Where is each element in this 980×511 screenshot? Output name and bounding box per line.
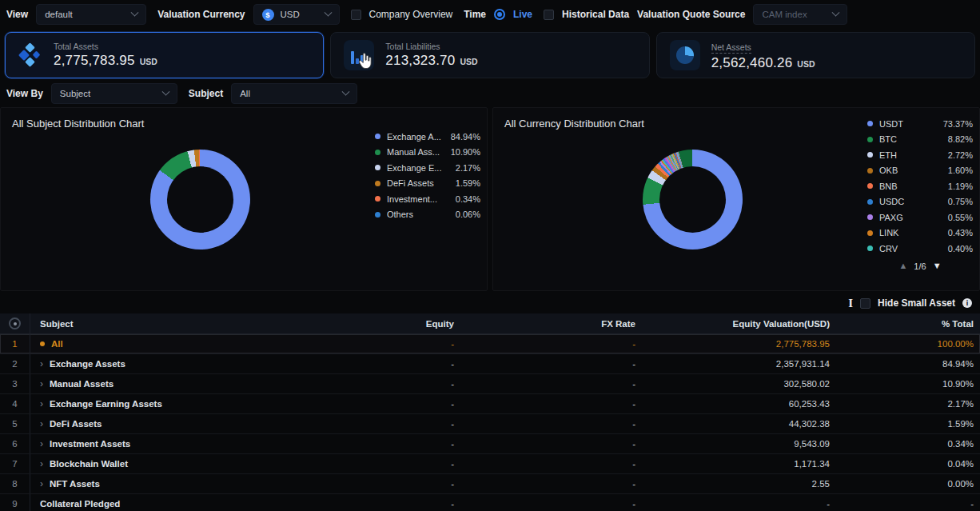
legend-pagination: ▲ 1/6 ▼: [867, 261, 973, 271]
legend-item[interactable]: ETH 2.72%: [867, 147, 973, 163]
legend-item[interactable]: OKB 1.60%: [867, 163, 973, 179]
chevron-down-icon: [832, 8, 840, 16]
legend-item[interactable]: Investment... 0.34%: [375, 191, 480, 207]
table-row[interactable]: 5 ›DeFi Assets - - 44,302.38 1.59%: [0, 414, 980, 434]
top-toolbar: View default Valuation Currency $ USD Co…: [0, 0, 980, 29]
currency-donut-chart[interactable]: [643, 150, 743, 250]
table-header: Subject Equity FX Rate Equity Valuation(…: [0, 313, 980, 334]
legend-percent: 0.34%: [456, 194, 480, 204]
legend-percent: 0.43%: [948, 228, 973, 238]
legend-item[interactable]: USDC 0.75%: [867, 194, 973, 210]
table-row[interactable]: 2 ›Exchange Assets - - 2,357,931.14 84.9…: [0, 354, 980, 374]
table-row[interactable]: 6 ›Investment Assets - - 9,543.09 0.34%: [0, 434, 980, 454]
total-liabilities-card[interactable]: Total Liabilities 213,323.70 USD: [330, 32, 649, 78]
chevron-down-icon: [342, 87, 350, 95]
dollar-icon: $: [262, 9, 274, 21]
table-row[interactable]: 4 ›Exchange Earning Assets - - 60,253.43…: [0, 394, 980, 414]
legend-color-dot: [867, 152, 873, 158]
legend-color-dot: [867, 230, 873, 236]
view-by-select[interactable]: Subject: [51, 83, 177, 104]
subject-distribution-panel: All Subject Distribution Chart Exchange …: [0, 107, 488, 291]
quote-source-select[interactable]: CAM index: [753, 4, 847, 25]
legend-item[interactable]: BNB 1.19%: [867, 178, 973, 194]
legend-item[interactable]: USDT 73.37%: [867, 116, 973, 132]
table-row[interactable]: 9 Collateral Pledged - - - -: [0, 494, 980, 511]
legend-label: OKB: [879, 166, 942, 175]
legend-item[interactable]: DeFi Assets 1.59%: [375, 176, 480, 192]
legend-item[interactable]: Exchange A... 84.94%: [375, 129, 480, 145]
table-row[interactable]: 3 ›Manual Assets - - 302,580.02 10.90%: [0, 374, 980, 394]
legend-item[interactable]: LINK 0.43%: [867, 226, 973, 242]
subject-name: Investment Assets: [50, 439, 130, 449]
chevron-down-icon: [324, 8, 332, 16]
legend-label: USDT: [879, 119, 937, 129]
company-overview-checkbox[interactable]: [351, 10, 361, 20]
legend-label: Exchange E...: [387, 163, 449, 173]
legend-item[interactable]: Manual Ass... 10.90%: [375, 145, 480, 161]
currency-select[interactable]: $ USD: [253, 4, 340, 25]
legend-percent: 2.17%: [456, 163, 480, 173]
expand-chevron-icon[interactable]: ›: [40, 399, 43, 409]
expand-chevron-icon[interactable]: ›: [40, 379, 43, 389]
table-row[interactable]: 8 ›NFT Assets - - 2.55 0.00%: [0, 474, 980, 494]
column-header-fx-rate[interactable]: FX Rate: [462, 319, 643, 329]
subject-donut-chart[interactable]: [150, 150, 250, 250]
table-controls: I Hide Small Asset i: [0, 293, 980, 313]
legend-percent: 8.82%: [948, 134, 973, 144]
expand-chevron-icon[interactable]: ›: [40, 459, 43, 469]
expand-chevron-icon[interactable]: ›: [40, 359, 43, 369]
valuation-quote-source-label: Valuation Quote Source: [637, 9, 745, 20]
legend-item[interactable]: BTC 8.82%: [867, 132, 973, 148]
table-row[interactable]: 7 ›Blockchain Wallet - - 1,171.34 0.04%: [0, 454, 980, 474]
row-height-icon[interactable]: I: [848, 297, 853, 309]
card-label: Net Assets: [711, 42, 751, 54]
legend-color-dot: [375, 212, 380, 218]
subject-name: NFT Assets: [50, 479, 100, 489]
info-icon[interactable]: i: [962, 298, 972, 308]
legend-label: BTC: [879, 134, 942, 144]
column-config-icon[interactable]: [9, 317, 21, 329]
expand-chevron-icon[interactable]: ›: [40, 419, 43, 429]
legend-item[interactable]: Others 0.06%: [375, 207, 480, 223]
net-assets-card[interactable]: Net Assets 2,562,460.26 USD: [656, 32, 975, 78]
legend-item[interactable]: CRV 0.40%: [867, 241, 973, 257]
page-indicator: 1/6: [914, 261, 926, 271]
live-radio[interactable]: [494, 9, 505, 20]
view-select[interactable]: default: [36, 4, 146, 25]
subject-name: Manual Assets: [50, 379, 114, 389]
column-header-equity[interactable]: Equity: [294, 319, 462, 329]
time-label: Time: [464, 9, 486, 20]
hide-small-asset-checkbox[interactable]: [860, 298, 870, 309]
legend-percent: 0.75%: [948, 197, 973, 206]
historical-data-checkbox[interactable]: [544, 10, 554, 20]
view-by-label: View By: [6, 88, 43, 99]
charts-section: All Subject Distribution Chart Exchange …: [0, 106, 980, 293]
legend-percent: 10.90%: [451, 147, 480, 157]
legend-percent: 0.40%: [948, 244, 973, 254]
subject-select[interactable]: All: [231, 83, 357, 104]
table-row[interactable]: 1 All - - 2,775,783.95 100.00%: [0, 334, 980, 354]
expand-chevron-icon[interactable]: ›: [40, 479, 43, 489]
card-value: 2,562,460.26: [711, 55, 793, 71]
legend-color-dot: [375, 134, 380, 139]
total-assets-icon: [18, 43, 42, 67]
page-down-icon[interactable]: ▼: [933, 261, 942, 270]
column-header-subject[interactable]: Subject: [30, 319, 294, 329]
legend-percent: 73.37%: [943, 119, 973, 129]
legend-percent: 0.06%: [456, 210, 480, 219]
subject-name: All: [51, 339, 63, 349]
expand-chevron-icon[interactable]: ›: [40, 439, 43, 449]
column-header-equity-valuation[interactable]: Equity Valuation(USD): [643, 319, 838, 329]
legend-item[interactable]: PAXG 0.55%: [867, 210, 973, 226]
legend-color-dot: [867, 214, 873, 220]
hide-small-asset-label: Hide Small Asset: [878, 297, 955, 309]
legend-color-dot: [375, 196, 380, 202]
total-assets-card[interactable]: Total Assets 2,775,783.95 USD: [5, 32, 324, 78]
legend-item[interactable]: Exchange E... 2.17%: [375, 160, 480, 176]
chevron-down-icon: [131, 8, 139, 16]
column-header-pct-total[interactable]: % Total: [838, 319, 980, 329]
currency-chart-legend: USDT 73.37% BTC 8.82% ETH 2.72% OKB 1.60…: [867, 116, 973, 271]
page-up-icon[interactable]: ▲: [898, 261, 907, 270]
currency-distribution-panel: All Currency Distribution Chart USDT 73.…: [492, 107, 980, 291]
subject-name: Exchange Earning Assets: [50, 399, 162, 409]
